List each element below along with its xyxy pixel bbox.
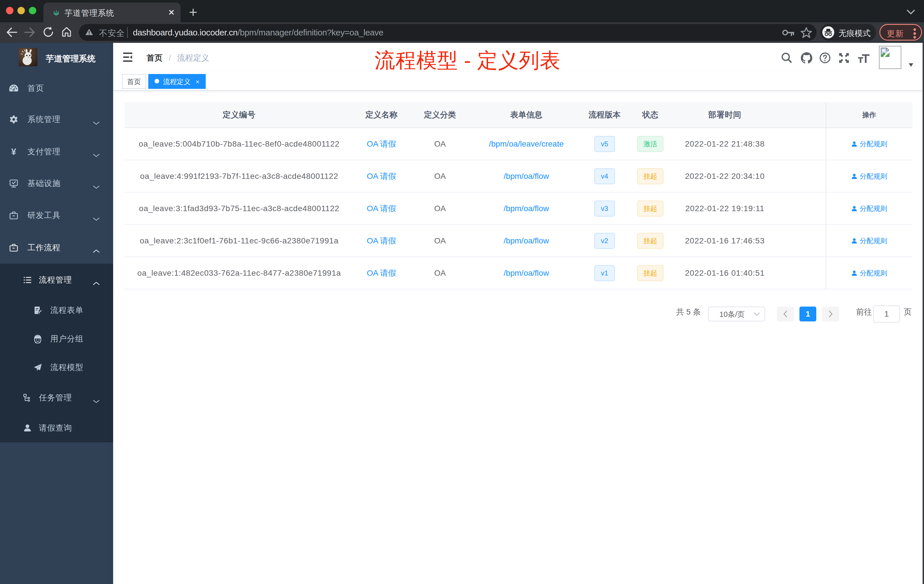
svg-text:¥: ¥: [11, 147, 16, 156]
